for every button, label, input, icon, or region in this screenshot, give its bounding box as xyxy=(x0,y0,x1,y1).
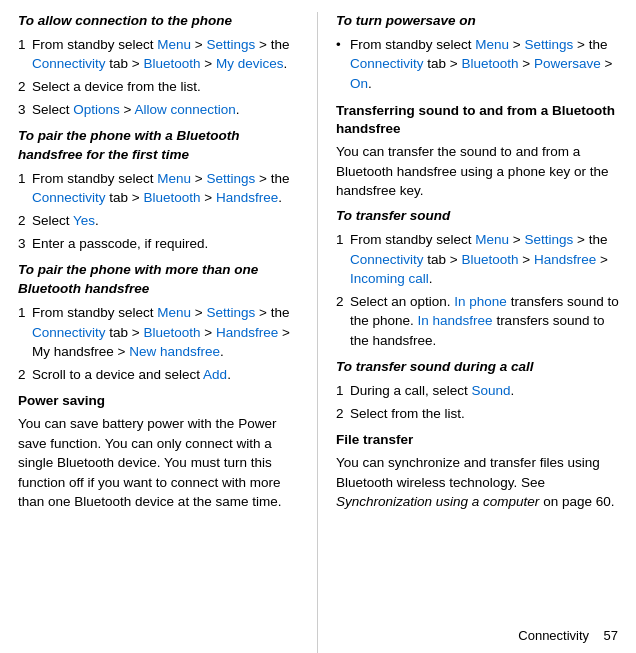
step-text: Enter a passcode, if required. xyxy=(32,234,303,254)
step-3-2: 2 Scroll to a device and select Add. xyxy=(18,365,303,385)
step-text: Select Options > Allow connection. xyxy=(32,100,303,120)
file-transfer-body: You can synchronize and transfer files u… xyxy=(336,453,622,512)
step-text: From standby select Menu > Settings > th… xyxy=(32,303,303,362)
step-num: 2 xyxy=(18,77,32,97)
powersave-text: From standby select Menu > Settings > th… xyxy=(350,35,622,94)
step-num: 3 xyxy=(18,100,32,120)
powersave-bullet: • From standby select Menu > Settings > … xyxy=(336,35,622,94)
step-num: 1 xyxy=(18,169,32,208)
step-num: 2 xyxy=(336,404,350,424)
step-ts-1: 1 From standby select Menu > Settings > … xyxy=(336,230,622,289)
page-footer: Connectivity 57 xyxy=(518,628,618,643)
powersave-title: To turn powersave on xyxy=(336,12,622,31)
footer-label: Connectivity 57 xyxy=(518,628,618,643)
transfer-sound-title: To transfer sound xyxy=(336,207,622,226)
transfer-sound-heading: Transferring sound to and from a Bluetoo… xyxy=(336,102,622,140)
step-text: From standby select Menu > Settings > th… xyxy=(32,169,303,208)
section3-title: To pair the phone with more than one Blu… xyxy=(18,261,303,299)
transfer-sound-body: You can transfer the sound to and from a… xyxy=(336,142,622,201)
step-ts-2: 2 Select an option. In phone transfers s… xyxy=(336,292,622,351)
step-text: Select Yes. xyxy=(32,211,303,231)
bullet-symbol: • xyxy=(336,35,350,94)
step-tc-2: 2 Select from the list. xyxy=(336,404,622,424)
step-num: 1 xyxy=(336,381,350,401)
step-num: 3 xyxy=(18,234,32,254)
step-text: Scroll to a device and select Add. xyxy=(32,365,303,385)
section2-title: To pair the phone with a Bluetooth hands… xyxy=(18,127,303,165)
step-1-3: 3 Select Options > Allow connection. xyxy=(18,100,303,120)
step-2-2: 2 Select Yes. xyxy=(18,211,303,231)
power-saving-heading: Power saving xyxy=(18,392,303,411)
step-text: Select a device from the list. xyxy=(32,77,303,97)
step-2-1: 1 From standby select Menu > Settings > … xyxy=(18,169,303,208)
step-text: From standby select Menu > Settings > th… xyxy=(32,35,303,74)
step-num: 1 xyxy=(18,35,32,74)
step-2-3: 3 Enter a passcode, if required. xyxy=(18,234,303,254)
step-1-2: 2 Select a device from the list. xyxy=(18,77,303,97)
step-text: Select from the list. xyxy=(350,404,622,424)
step-1-1: 1 From standby select Menu > Settings > … xyxy=(18,35,303,74)
step-text: From standby select Menu > Settings > th… xyxy=(350,230,622,289)
right-column: To turn powersave on • From standby sele… xyxy=(318,12,636,653)
file-transfer-heading: File transfer xyxy=(336,431,622,450)
step-num: 1 xyxy=(336,230,350,289)
left-column: To allow connection to the phone 1 From … xyxy=(0,12,318,653)
step-3-1: 1 From standby select Menu > Settings > … xyxy=(18,303,303,362)
step-num: 1 xyxy=(18,303,32,362)
step-num: 2 xyxy=(18,365,32,385)
step-tc-1: 1 During a call, select Sound. xyxy=(336,381,622,401)
page: To allow connection to the phone 1 From … xyxy=(0,0,636,653)
step-text: During a call, select Sound. xyxy=(350,381,622,401)
step-num: 2 xyxy=(18,211,32,231)
step-num: 2 xyxy=(336,292,350,351)
transfer-call-title: To transfer sound during a call xyxy=(336,358,622,377)
section1-title: To allow connection to the phone xyxy=(18,12,303,31)
step-text: Select an option. In phone transfers sou… xyxy=(350,292,622,351)
power-saving-body: You can save battery power with the Powe… xyxy=(18,414,303,512)
